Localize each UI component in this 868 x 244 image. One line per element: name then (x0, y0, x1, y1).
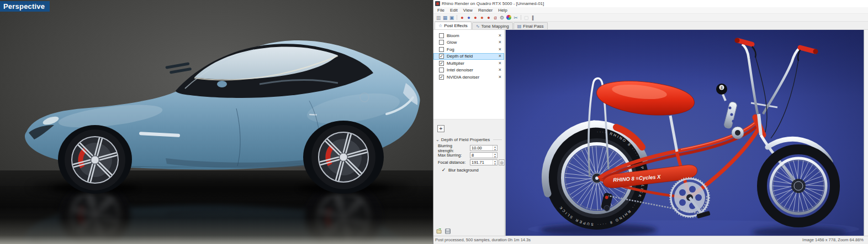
effect-checkbox[interactable] (439, 68, 444, 72)
open-folder-icon (436, 229, 442, 234)
effect-checkbox[interactable] (439, 47, 444, 52)
alpha-pass-icon[interactable]: α (492, 14, 499, 21)
menubar: FileEditViewRenderHelp (433, 7, 868, 14)
copy-icon[interactable]: ▣ (448, 14, 455, 21)
effect-checkbox[interactable] (439, 33, 444, 38)
spin-down-icon: ▾ (493, 163, 497, 165)
effect-row-nvidia-denoiser[interactable]: ✓NVIDIA denoiser× (433, 74, 504, 81)
effect-row-intel-denoiser[interactable]: Intel denoiser× (433, 67, 504, 74)
statusbar: Post processed, 500 samples, duration 0h… (433, 236, 868, 244)
tab-label: Tone Mapping (481, 24, 509, 29)
menu-render[interactable]: Render (475, 7, 495, 13)
tabbar: ☆Post Effects∿Tone Mapping▤Final Pass (433, 22, 868, 30)
add-effect-button[interactable]: + (437, 125, 444, 132)
prop-value: 10.00 (472, 146, 482, 150)
spinner-control[interactable]: ▴▾ (493, 153, 497, 158)
properties-title: Depth of Field Properties (441, 137, 490, 142)
post-effect-toggle-icon[interactable]: ✂ (512, 14, 519, 21)
post-effects-list: Bloom×Glow×Fog×✓Depth of field×✓Multipli… (433, 30, 504, 120)
reflection-pass-icon[interactable]: ● (479, 14, 485, 21)
rgb-pass-icon[interactable]: ● (459, 14, 465, 21)
panel-footer (436, 229, 451, 234)
effect-label: NVIDIA denoiser (447, 75, 496, 80)
status-right: Image 1456 x 778, Zoom 64.86% (802, 237, 864, 244)
remove-effect-button[interactable]: × (499, 54, 501, 59)
prop-label: Blurring strength: (438, 143, 469, 153)
eight-ball-label: 8 (721, 86, 723, 90)
menu-edit[interactable]: Edit (447, 7, 461, 13)
open-image-button[interactable] (436, 229, 442, 234)
tab-post-effects[interactable]: ☆Post Effects (435, 22, 472, 29)
titlebar: Rhino Render on Quadro RTX 5000 - [Unnam… (433, 0, 868, 7)
bike-front-wheel (762, 149, 835, 222)
spinner-control[interactable]: ▴▾ (493, 160, 497, 165)
toolbar-separator (521, 15, 521, 20)
effect-checkbox[interactable]: ✓ (439, 54, 444, 59)
menu-help[interactable]: Help (495, 7, 510, 13)
tab-post-effects-icon: ☆ (438, 23, 442, 28)
prop-row-blurring-strength: Blurring strength:10.00▴▾ (436, 144, 502, 152)
car-render-image (0, 0, 433, 244)
settings-icon[interactable]: ⚙ (499, 14, 505, 21)
properties-section-header[interactable]: ⌄ Depth of Field Properties (436, 137, 502, 142)
tab-final-pass-icon: ▤ (517, 24, 522, 29)
depth-of-field-properties: ⌄ Depth of Field Properties Blurring str… (433, 137, 504, 173)
stop-icon[interactable]: ▢ (523, 14, 530, 21)
toolbar: ▥▦▣●●●●●α⚙✂▢∥ (433, 14, 868, 22)
render-window-icon[interactable]: ▥ (435, 14, 442, 21)
prop-value-input[interactable]: 8▴▾ (470, 152, 497, 158)
remove-effect-button[interactable]: × (499, 75, 501, 80)
spin-down-icon: ▾ (493, 155, 497, 158)
pause-icon[interactable]: ∥ (530, 14, 536, 21)
effect-checkbox[interactable] (439, 40, 444, 45)
window-title: Rhino Render on Quadro RTX 5000 - [Unnam… (442, 1, 544, 6)
header-rule (493, 139, 502, 140)
remove-effect-button[interactable]: × (499, 40, 501, 45)
spinner-control[interactable]: ▴▾ (493, 146, 497, 150)
save-image-button[interactable] (445, 229, 451, 234)
tab-tone-mapping[interactable]: ∿Tone Mapping (472, 22, 513, 29)
blur-background-checkbox[interactable]: ✓ Blur background (441, 168, 502, 173)
effect-label: Glow (447, 40, 496, 45)
diffuse-pass-icon[interactable]: ● (465, 14, 472, 21)
effect-checkbox[interactable]: ✓ (439, 61, 444, 66)
pick-focal-distance-button[interactable]: ◎ (499, 159, 505, 165)
bike-render-image: ···· RHINO 8 ···· SUPER SLICK ···· RHINO… (506, 30, 864, 236)
prop-label: Focal distance: (438, 160, 469, 165)
remove-effect-button[interactable]: × (499, 68, 501, 72)
rhino-render-window: Rhino Render on Quadro RTX 5000 - [Unnam… (433, 0, 868, 244)
properties-rows: Blurring strength:10.00▴▾Max blurring:8▴… (436, 144, 502, 166)
save-icon[interactable]: ▦ (442, 14, 448, 21)
effect-row-glow[interactable]: Glow× (433, 39, 504, 46)
collapse-chevron-icon: ⌄ (436, 138, 440, 142)
color-wheel-icon[interactable] (506, 15, 511, 20)
effect-row-bloom[interactable]: Bloom× (433, 32, 504, 39)
render-result-viewport[interactable]: ···· RHINO 8 ···· SUPER SLICK ···· RHINO… (505, 30, 868, 236)
effect-checkbox[interactable]: ✓ (439, 75, 444, 80)
remove-effect-button[interactable]: × (499, 47, 501, 52)
specular-pass-icon[interactable]: ● (472, 14, 479, 21)
menu-file[interactable]: File (435, 7, 447, 13)
tab-tone-mapping-icon: ∿ (476, 24, 480, 29)
viewport-title-label[interactable]: Perspective (0, 1, 50, 12)
status-left: Post processed, 500 samples, duration 0h… (435, 237, 531, 244)
effect-row-multiplier[interactable]: ✓Multiplier× (433, 60, 504, 67)
remove-effect-button[interactable]: × (499, 61, 501, 66)
menu-view[interactable]: View (461, 7, 475, 13)
prop-value: 191.71 (472, 160, 484, 165)
effect-label: Depth of field (447, 54, 496, 59)
effect-row-fog[interactable]: Fog× (433, 46, 504, 53)
remove-effect-button[interactable]: × (499, 33, 501, 38)
prop-row-focal-distance: Focal distance:191.71▴▾◎ (436, 159, 502, 166)
prop-value-input[interactable]: 191.71▴▾ (470, 159, 497, 165)
tab-final-pass[interactable]: ▤Final Pass (514, 22, 548, 29)
effect-row-depth-of-field[interactable]: ✓Depth of field× (433, 53, 504, 60)
screenshot-root: Perspective Rhino Render on Quadro RTX 5… (0, 0, 868, 244)
window-content: Bloom×Glow×Fog×✓Depth of field×✓Multipli… (433, 30, 868, 236)
prop-value-input[interactable]: 10.00▴▾ (470, 145, 497, 151)
floppy-save-icon (445, 229, 451, 234)
post-effects-panel: Bloom×Glow×Fog×✓Depth of field×✓Multipli… (433, 30, 505, 236)
refraction-pass-icon[interactable]: ● (485, 14, 492, 21)
prop-value: 8 (472, 153, 474, 158)
prop-label: Max blurring: (438, 153, 469, 158)
